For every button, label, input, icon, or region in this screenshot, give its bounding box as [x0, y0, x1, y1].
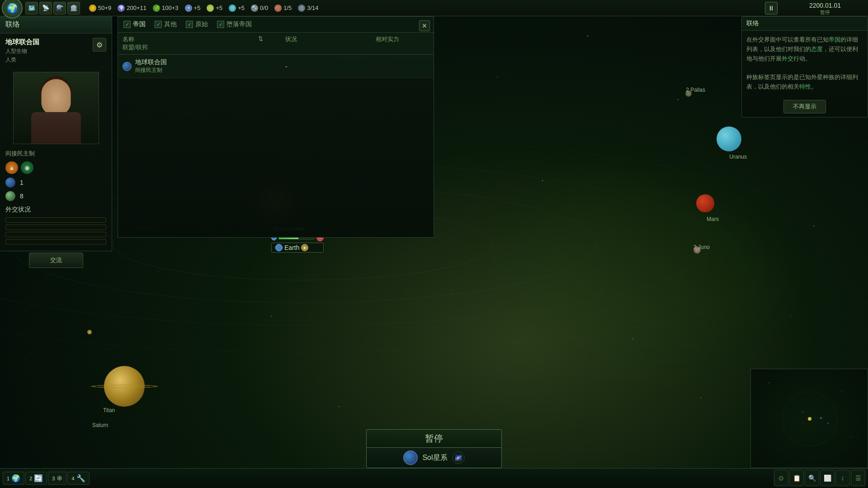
tech-resource: ⚙ +5 — [229, 5, 245, 12]
svg-point-23 — [700, 397, 701, 398]
tab-num-3: 3 — [52, 476, 55, 481]
tab-fallen-checkbox[interactable]: ✓ — [217, 21, 224, 28]
uranus-planet[interactable] — [717, 127, 741, 151]
bottom-bar: 1 🌍 2 🔄 3 ❄ 4 🔧 ⊙ 📋 🔍 ⬜ ↕ ☰ — [0, 468, 868, 488]
pause-label: 暂停 — [425, 433, 443, 443]
bottom-tab-3[interactable]: 3 ❄ — [48, 472, 66, 485]
svg-point-26 — [610, 203, 610, 203]
tab-empire-checkbox[interactable]: ✓ — [123, 21, 131, 28]
titan-label: Titan — [103, 407, 115, 413]
svg-point-18 — [632, 338, 633, 339]
mars-planet[interactable] — [696, 194, 714, 212]
empire-type2: 人类 — [5, 56, 39, 64]
avatar-figure — [14, 72, 99, 144]
saturn-planet[interactable] — [104, 366, 145, 407]
panel-title: 联络 — [0, 16, 112, 33]
consumer-value: 1/5 — [283, 5, 292, 11]
topbar-tech-btn[interactable]: 📡 — [39, 2, 52, 14]
svg-point-20 — [45, 384, 45, 384]
svg-point-6 — [587, 36, 588, 37]
bottom-tab-1[interactable]: 1 🌍 — [3, 472, 24, 485]
titan-dot[interactable] — [87, 330, 92, 334]
highlight-attitude: 态度 — [811, 46, 823, 52]
minimap-btn-6[interactable]: ☰ — [851, 470, 865, 486]
highlight-traits: 特性 — [799, 83, 811, 90]
row-status-cell: - — [285, 63, 376, 70]
minimap-btn-5[interactable]: ↕ — [835, 470, 850, 486]
diplo-bar-4 — [5, 239, 106, 244]
svg-point-7 — [678, 99, 679, 100]
tab-primitive-checkbox[interactable]: ✓ — [186, 21, 193, 28]
minimap-btn-3[interactable]: 🔍 — [805, 470, 819, 486]
unity-value: +5 — [216, 5, 222, 11]
left-panel: 联络 地球联合国 人型生物 人类 ⚙ 间接民主制 ▲ ◉ 1 8 — [0, 16, 112, 251]
alloys-resource: 🔩 0/0 — [251, 5, 268, 12]
earth-flag-icon — [275, 244, 283, 251]
tab-icon-4: 🔧 — [76, 474, 85, 483]
earth-label[interactable]: Earth ◉ — [271, 243, 324, 253]
system-icon[interactable] — [403, 450, 418, 465]
svg-point-14 — [813, 225, 814, 226]
table-row[interactable]: 地球联合国 间接民主制 - — [118, 55, 434, 78]
mars-label: Mars — [707, 216, 719, 222]
pause-button[interactable]: ⏸ — [765, 2, 778, 14]
food-resource: 🌾 100+3 — [153, 5, 179, 12]
planet-count: 1 — [20, 179, 24, 186]
empire-row-details: 地球联合国 间接民主制 — [135, 58, 167, 74]
food-icon: 🌾 — [153, 5, 160, 12]
uranus-label: Uranus — [729, 154, 747, 160]
system-info-btn[interactable]: 🌌 — [452, 451, 465, 464]
planet-small-icon — [5, 178, 15, 188]
bottom-tab-4[interactable]: 4 🔧 — [67, 472, 89, 485]
highlight-diplomacy: 外交 — [782, 55, 793, 62]
tab-num-1: 1 — [7, 476, 9, 481]
bottom-tab-2[interactable]: 2 🔄 — [25, 472, 47, 485]
empire-icon-btn[interactable]: 🌍 — [2, 0, 23, 19]
minimap-area[interactable] — [750, 369, 868, 468]
date-value: 2200.01.01 — [809, 2, 841, 9]
empire-settings-btn[interactable]: ⚙ — [93, 38, 106, 52]
tab-empire[interactable]: ✓ 帝国 — [123, 20, 146, 28]
topbar-research-btn[interactable]: ⚗️ — [53, 2, 66, 14]
tab-fallen[interactable]: ✓ 堕落帝国 — [217, 20, 252, 28]
tab-other-checkbox[interactable]: ✓ — [155, 21, 162, 28]
tech-icon: ⚙ — [229, 5, 236, 12]
tab-other[interactable]: ✓ 其他 — [155, 20, 177, 28]
info-box-title: 联络 — [742, 17, 868, 31]
energy-value: 50+9 — [98, 5, 111, 11]
minimap-svg — [751, 369, 868, 469]
no-show-button[interactable]: 不再显示 — [783, 100, 826, 113]
svg-point-36 — [769, 382, 769, 383]
diplo-bar-1 — [5, 217, 106, 223]
avatar-head — [41, 79, 71, 115]
diplo-section: 外交状况 — [0, 203, 112, 247]
tab-empire-label: 帝国 — [133, 20, 146, 28]
info-box: 联络 在外交界面中可以查看所有已知帝国的详细列表，以及他们对我们的态度，还可以便… — [741, 16, 868, 117]
stability-value: 3/14 — [307, 5, 318, 11]
tab-num-4: 4 — [71, 476, 74, 481]
gov-type-text: 间接民主制 — [5, 150, 35, 157]
minimap-btn-4[interactable]: ⬜ — [820, 470, 835, 486]
topbar-policy-btn[interactable]: 🏛️ — [67, 2, 80, 14]
info-text-1: 在外交界面中可以查看所有已知帝国的详细列表，以及他们对我们的态度，还可以便利地与… — [746, 35, 863, 63]
diplo-bars — [5, 217, 106, 244]
diplomacy-dialog: ✓ 帝国 ✓ 其他 ✓ 原始 ✓ 堕落帝国 ✕ 名称 ⇅ 状况 相对实力 联盟/… — [118, 16, 434, 238]
col-alliance: 联盟/联邦 — [123, 43, 258, 52]
col-status: 状况 — [285, 35, 376, 43]
svg-point-15 — [158, 271, 159, 272]
minimap-btn-2[interactable]: 📋 — [789, 470, 804, 486]
ethic-icon-2: ◉ — [21, 161, 33, 174]
minimap-btn-1[interactable]: ⊙ — [774, 470, 788, 486]
system-bar: Sol星系 🌌 — [366, 447, 502, 468]
tab-primitive[interactable]: ✓ 原始 — [186, 20, 208, 28]
empire-info: 地球联合国 人型生物 人类 ⚙ — [0, 33, 112, 68]
pop-small-icon — [5, 191, 15, 201]
dialog-close-btn[interactable]: ✕ — [419, 20, 430, 31]
svg-point-12 — [542, 180, 543, 181]
diplo-bar-2 — [5, 225, 106, 230]
exchange-button[interactable]: 交流 — [29, 253, 83, 268]
topbar-map-btn[interactable]: 🗺️ — [25, 2, 38, 14]
energy-icon: ⚡ — [89, 5, 96, 12]
svg-point-32 — [808, 417, 811, 421]
col-sort[interactable]: ⇅ — [258, 35, 285, 43]
